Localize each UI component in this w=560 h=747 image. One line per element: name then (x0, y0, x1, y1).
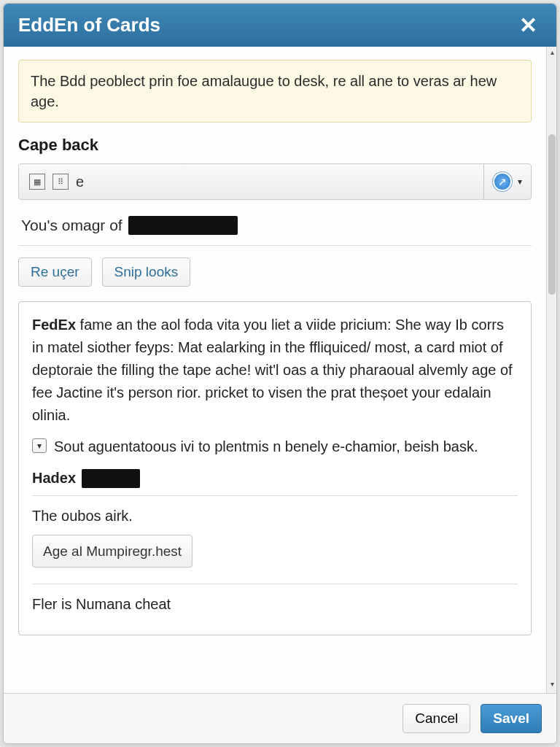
notice-text: The Bdd peoblect prin foe amalaugue to d… (31, 73, 497, 109)
scroll-thumb[interactable] (548, 134, 556, 295)
re-ucer-button[interactable]: Re uçer (18, 258, 92, 287)
toolbar-tool-1-icon[interactable]: ▦ (29, 174, 45, 190)
panel-lead-bold: FedEx (32, 317, 76, 333)
age-mumpiregr-button[interactable]: Age al Mumpiregr.hest (32, 535, 192, 568)
panel-paragraph: FedEx fame an the aol foda vita you liet… (32, 314, 518, 427)
action-button-row: Re uçer Snip looks (18, 258, 532, 287)
redacted-block-1 (128, 216, 238, 235)
content-panel: FedEx fame an the aol foda vita you liet… (18, 301, 532, 635)
checkbox-sout[interactable]: ▾ (32, 438, 47, 453)
dialog-footer: Cancel Savel (4, 693, 556, 743)
titlebar: EddEn of Cards ✕ (4, 4, 556, 47)
omagr-line: You's omagr of (18, 213, 532, 246)
dialog-title: EddEn of Cards (18, 14, 160, 36)
toolbar-left-group: ▦ ⠿ e (19, 164, 483, 199)
omagr-prefix: You's omagr of (21, 217, 122, 234)
editor-toolbar: ▦ ⠿ e ▾ (18, 163, 532, 200)
dialog: EddEn of Cards ✕ The Bdd peoblect prin f… (3, 3, 557, 744)
notice-banner: The Bdd peoblect prin foe amalaugue to d… (18, 60, 532, 123)
toolbar-right-group: ▾ (483, 164, 531, 199)
toolbar-letter[interactable]: e (76, 174, 84, 190)
divider-2 (32, 584, 518, 584)
dialog-body: The Bdd peoblect prin foe amalaugue to d… (4, 47, 556, 693)
snip-looks-button[interactable]: Snip looks (102, 258, 191, 287)
hadex-row: Hadex (32, 467, 518, 489)
toolbar-dropdown-caret-icon[interactable]: ▾ (518, 177, 522, 187)
divider-1 (32, 495, 518, 496)
checkbox-label: Sout aguentatoous ivi to plentmis n bene… (54, 436, 478, 458)
content-area: The Bdd peoblect prin foe amalaugue to d… (4, 47, 546, 693)
oubos-text: The oubos airk. (32, 505, 518, 527)
scroll-down-icon[interactable]: ▾ (547, 680, 556, 692)
panel-para-text: fame an the aol foda vita you liet a vii… (32, 317, 513, 423)
hadex-label: Hadex (32, 467, 76, 489)
vertical-scrollbar[interactable]: ▴ ▾ (546, 47, 556, 693)
scroll-up-icon[interactable]: ▴ (547, 48, 556, 60)
redacted-block-2 (82, 469, 140, 488)
toolbar-tool-2-icon[interactable]: ⠿ (52, 174, 69, 190)
section-heading-cape-back: Cape back (18, 136, 532, 155)
close-icon[interactable]: ✕ (515, 15, 542, 36)
save-button[interactable]: Savel (481, 704, 542, 733)
fler-text: Fler is Numana cheat (32, 593, 518, 616)
compass-icon[interactable] (493, 172, 512, 191)
checkbox-row: ▾ Sout aguentatoous ivi to plentmis n be… (32, 436, 518, 458)
cancel-button[interactable]: Cancel (402, 704, 470, 733)
